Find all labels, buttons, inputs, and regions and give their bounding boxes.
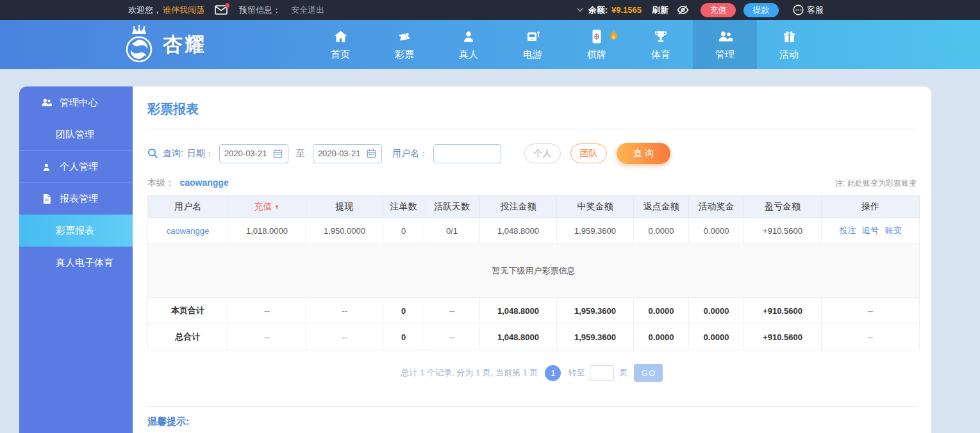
nav-item-egames[interactable]: 电游 <box>501 20 565 69</box>
main-content-card: 彩票报表 查询: 日期： 至 用户名： 个人 团队 查 询 本级： caowan… <box>133 86 931 433</box>
divider <box>147 406 917 407</box>
sidebar-item-lottery-report[interactable]: 彩票报表 <box>19 215 133 247</box>
recharge-button[interactable]: 充值 <box>701 3 736 17</box>
cell-profit: +910.5600 <box>744 218 822 244</box>
nav-item-lottery[interactable]: 彩票 <box>372 20 436 69</box>
hot-flame-icon <box>608 29 619 43</box>
notification-dot <box>225 3 229 8</box>
ticket-icon <box>397 29 412 44</box>
date-from-input[interactable] <box>224 149 273 158</box>
sidebar-item-team-management[interactable]: 团队管理 <box>19 118 133 151</box>
col-win-amount: 中奖金额 <box>557 196 634 218</box>
sort-desc-icon: ▼ <box>274 204 280 210</box>
hide-balance-eye-icon[interactable] <box>677 4 689 15</box>
page-1-button[interactable]: 1 <box>545 365 561 381</box>
sidebar-item-personal-management[interactable]: 个人管理 <box>19 151 133 183</box>
nav-item-boardgames[interactable]: 棋牌 <box>565 20 629 69</box>
sidebar-item-management-center[interactable]: 管理中心 <box>19 86 133 118</box>
personal-filter-button[interactable]: 个人 <box>524 143 561 163</box>
col-recharge-sortable[interactable]: 充值▼ <box>228 196 306 218</box>
nav-item-activity[interactable]: 活动 <box>757 20 821 69</box>
col-bet-amount: 投注金额 <box>480 196 557 218</box>
username-link[interactable]: 谁伴我闯荡 <box>163 4 204 16</box>
customer-service-button[interactable]: 客服 <box>793 4 824 16</box>
page-title: 彩票报表 <box>147 101 917 118</box>
goto-page-input[interactable] <box>590 365 614 381</box>
welcome-text: 欢迎您， <box>128 4 162 16</box>
date-to-input[interactable] <box>318 149 367 158</box>
query-label: 查询: <box>163 148 183 159</box>
username-input[interactable] <box>433 144 501 163</box>
account-change-note: 注: 此处账变为彩票账变 <box>835 178 917 189</box>
empty-message: 暂无下级用户彩票信息 <box>148 244 920 298</box>
username-label: 用户名： <box>392 148 428 159</box>
sidebar-item-report-management[interactable]: 报表管理 <box>19 183 133 215</box>
divider <box>147 129 917 129</box>
search-toolbar: 查询: 日期： 至 用户名： 个人 团队 查 询 <box>147 143 917 164</box>
customer-service-label: 客服 <box>807 4 824 16</box>
level-username-link[interactable]: caowangge <box>179 177 228 188</box>
brand-logo[interactable]: 杏耀 <box>120 20 206 69</box>
person-icon <box>40 162 53 172</box>
gift-icon <box>782 29 797 44</box>
nav-item-sports[interactable]: 体育 <box>629 20 693 69</box>
nav-item-home[interactable]: 首页 <box>308 20 372 69</box>
calendar-icon[interactable] <box>367 149 376 158</box>
mahjong-tile-icon <box>590 29 604 44</box>
date-to-field[interactable] <box>313 144 382 163</box>
document-icon <box>40 193 53 204</box>
pagination: 总计 1 个记录, 分为 1 页, 当前第 1 页 1 转至 页 GO <box>147 364 917 382</box>
page-unit-label: 页 <box>619 367 627 379</box>
cell-actions: 投注 追号 账变 <box>822 218 920 244</box>
cell-active-days: 0/1 <box>424 218 480 244</box>
table-row: caowangge 1,018.0000 1,950.0000 0 0/1 1,… <box>148 218 920 244</box>
refresh-link[interactable]: 刷新 <box>652 4 669 16</box>
sidebar: 管理中心 团队管理 个人管理 报表管理 彩票报表 真人电子体育 <box>19 86 133 433</box>
home-icon <box>333 29 348 44</box>
action-bet-link[interactable]: 投注 <box>839 225 856 235</box>
brand-name: 杏耀 <box>163 31 206 58</box>
nav-item-management[interactable]: 管理 <box>693 20 757 69</box>
reserved-info-label: 预留信息： <box>239 4 281 16</box>
empty-row: 暂无下级用户彩票信息 <box>148 244 920 298</box>
col-active-days: 活跃天数 <box>424 196 480 218</box>
row-username-link[interactable]: caowangge <box>167 226 210 236</box>
calendar-icon[interactable] <box>273 149 283 158</box>
pagination-summary: 总计 1 个记录, 分为 1 页, 当前第 1 页 <box>401 367 538 379</box>
users-icon <box>40 97 53 108</box>
cell-bet-count: 0 <box>383 218 424 244</box>
cell-win-amount: 1,959.3600 <box>557 218 634 244</box>
logout-link[interactable]: 安全退出 <box>291 4 324 16</box>
col-withdraw: 提现 <box>306 196 383 218</box>
withdraw-button[interactable]: 提款 <box>743 3 779 17</box>
nav-menu: 首页 彩票 真人 电游 棋牌 体育 管理 活动 <box>308 20 821 69</box>
mail-icon[interactable] <box>215 5 228 15</box>
slot-machine-icon <box>526 29 540 44</box>
action-chase-link[interactable]: 追号 <box>862 225 879 235</box>
cell-activity-bonus: 0.0000 <box>689 218 744 244</box>
crown-emblem-icon <box>120 24 158 65</box>
tips-title: 温馨提示: <box>147 416 917 428</box>
users-icon <box>717 29 733 44</box>
team-filter-button[interactable]: 团队 <box>570 143 607 163</box>
query-button[interactable]: 查 询 <box>617 143 670 164</box>
sidebar-item-live-esports[interactable]: 真人电子体育 <box>19 247 133 279</box>
col-activity-bonus: 活动奖金 <box>689 196 744 218</box>
action-account-change-link[interactable]: 账变 <box>885 225 902 235</box>
date-label: 日期： <box>187 148 214 159</box>
cell-withdraw: 1,950.0000 <box>306 218 383 244</box>
go-button[interactable]: GO <box>634 364 663 382</box>
col-bet-count: 注单数 <box>383 196 424 218</box>
trophy-icon <box>653 29 669 44</box>
search-icon <box>147 148 158 159</box>
date-from-field[interactable] <box>219 144 288 163</box>
col-username: 用户名 <box>148 196 228 218</box>
cell-bet-amount: 1,048.8000 <box>480 218 557 244</box>
to-label: 至 <box>296 148 305 159</box>
chevron-down-icon[interactable] <box>577 8 583 12</box>
goto-label: 转至 <box>568 367 585 379</box>
topbar: 欢迎您， 谁伴我闯荡 预留信息： 安全退出 余额: ¥9.1565 刷新 充值 … <box>0 0 980 20</box>
main-navbar: 杏耀 首页 彩票 真人 电游 棋牌 体育 管理 <box>0 20 980 69</box>
cell-recharge: 1,018.0000 <box>228 218 306 244</box>
nav-item-live[interactable]: 真人 <box>436 20 501 69</box>
